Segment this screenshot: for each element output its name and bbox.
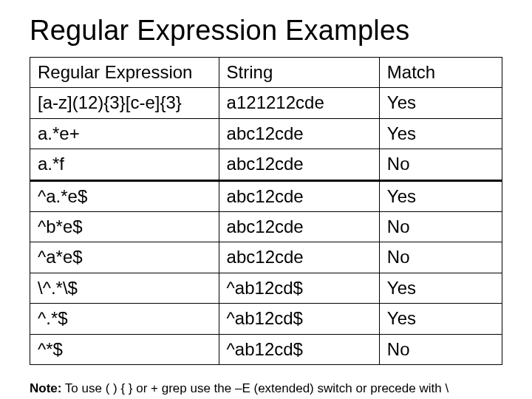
cell-match: No <box>379 334 502 364</box>
cell-match: No <box>379 149 502 180</box>
cell-match: Yes <box>379 88 502 118</box>
cell-string: a121212cde <box>219 88 379 118</box>
slide: Regular Expression Examples Regular Expr… <box>0 0 532 399</box>
table-row: ^*$ ^ab12cd$ No <box>30 334 502 364</box>
cell-regex: ^a*e$ <box>30 242 219 273</box>
cell-string: ^ab12cd$ <box>219 273 379 303</box>
table-row: ^a*e$ abc12cde No <box>30 242 502 273</box>
cell-match: Yes <box>379 180 502 211</box>
regex-table: Regular Expression String Match [a-z](12… <box>30 57 502 365</box>
cell-match: No <box>379 242 502 273</box>
table-row: ^b*e$ abc12cde No <box>30 211 502 242</box>
cell-match: Yes <box>379 273 502 303</box>
table-row: a.*f abc12cde No <box>30 149 502 180</box>
cell-match: Yes <box>379 304 502 334</box>
table-row: \^.*\$ ^ab12cd$ Yes <box>30 273 502 303</box>
table-row: a.*e+ abc12cde Yes <box>30 118 502 149</box>
table-header-row: Regular Expression String Match <box>30 58 502 88</box>
cell-match: No <box>379 211 502 242</box>
table-row: ^.*$ ^ab12cd$ Yes <box>30 304 502 334</box>
cell-regex: a.*f <box>30 149 219 180</box>
cell-regex: [a-z](12){3}[c-e]{3} <box>30 88 219 118</box>
cell-regex: ^a.*e$ <box>30 180 219 211</box>
cell-string: ^ab12cd$ <box>219 304 379 334</box>
cell-string: ^ab12cd$ <box>219 334 379 364</box>
cell-regex: ^.*$ <box>30 304 219 334</box>
table-row: [a-z](12){3}[c-e]{3} a121212cde Yes <box>30 88 502 118</box>
cell-regex: a.*e+ <box>30 118 219 149</box>
table-row: ^a.*e$ abc12cde Yes <box>30 180 502 211</box>
header-string: String <box>219 58 379 88</box>
cell-regex: \^.*\$ <box>30 273 219 303</box>
footnote: Note: To use ( ) { } or + grep use the –… <box>30 381 502 396</box>
header-regex: Regular Expression <box>30 58 219 88</box>
cell-string: abc12cde <box>219 211 379 242</box>
cell-string: abc12cde <box>219 118 379 149</box>
footnote-text: To use ( ) { } or + grep use the –E (ext… <box>61 381 449 395</box>
header-match: Match <box>379 58 502 88</box>
cell-string: abc12cde <box>219 149 379 180</box>
cell-regex: ^b*e$ <box>30 211 219 242</box>
cell-string: abc12cde <box>219 180 379 211</box>
cell-regex: ^*$ <box>30 334 219 364</box>
page-title: Regular Expression Examples <box>30 15 502 47</box>
cell-match: Yes <box>379 118 502 149</box>
footnote-label: Note: <box>30 381 61 395</box>
cell-string: abc12cde <box>219 242 379 273</box>
